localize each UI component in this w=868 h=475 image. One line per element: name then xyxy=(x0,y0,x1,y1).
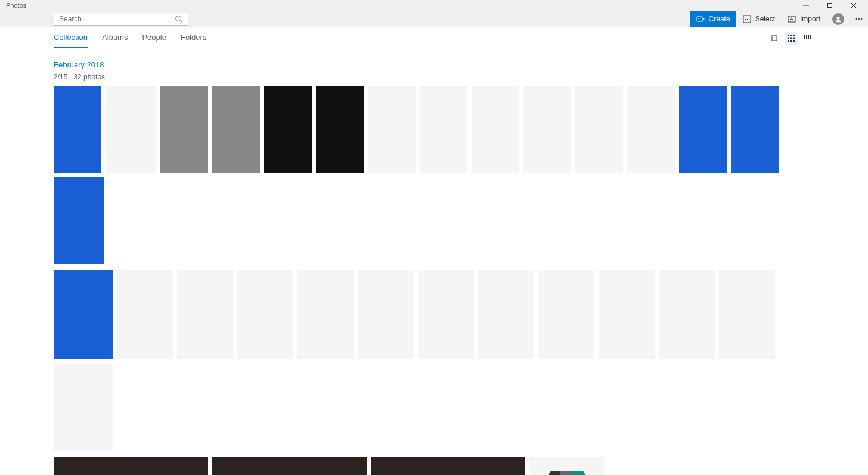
close-button[interactable] xyxy=(842,0,866,11)
svg-rect-0 xyxy=(828,4,832,8)
svg-rect-25 xyxy=(806,36,807,38)
svg-rect-24 xyxy=(804,36,805,38)
search-box[interactable] xyxy=(54,13,188,26)
view-small-button[interactable] xyxy=(801,32,814,45)
svg-rect-19 xyxy=(793,40,795,42)
toolbar: Create Select Import xyxy=(0,11,868,27)
svg-rect-28 xyxy=(804,38,805,39)
maximize-button[interactable] xyxy=(818,0,842,11)
import-button[interactable]: Import xyxy=(781,11,826,27)
view-single-button[interactable] xyxy=(768,32,781,45)
import-icon xyxy=(787,14,796,24)
svg-rect-13 xyxy=(793,35,795,36)
svg-rect-4 xyxy=(743,16,751,23)
search-icon xyxy=(175,15,183,23)
svg-point-9 xyxy=(861,18,862,19)
app-title: Photos xyxy=(2,2,26,9)
more-icon xyxy=(855,15,863,23)
svg-rect-27 xyxy=(810,36,811,38)
svg-rect-2 xyxy=(697,17,703,21)
svg-point-1 xyxy=(176,16,181,21)
svg-rect-22 xyxy=(808,35,809,36)
more-button[interactable] xyxy=(850,11,868,27)
svg-rect-11 xyxy=(788,35,789,36)
window-controls xyxy=(794,0,866,11)
tabs-bar: Collection Albums People Folders xyxy=(0,27,868,50)
tab-albums[interactable]: Albums xyxy=(102,28,128,48)
create-label: Create xyxy=(709,15,730,23)
svg-point-7 xyxy=(856,18,857,19)
create-button[interactable]: Create xyxy=(690,11,736,27)
minimize-button[interactable] xyxy=(794,0,818,11)
svg-rect-20 xyxy=(804,35,805,36)
svg-point-3 xyxy=(698,18,699,19)
user-icon xyxy=(834,15,842,23)
svg-rect-18 xyxy=(790,40,792,42)
svg-rect-23 xyxy=(810,35,811,36)
select-label: Select xyxy=(755,15,775,23)
svg-rect-16 xyxy=(793,37,795,39)
svg-rect-12 xyxy=(790,35,792,36)
svg-rect-30 xyxy=(808,38,809,39)
tab-people[interactable]: People xyxy=(142,28,166,48)
svg-rect-10 xyxy=(772,36,777,41)
svg-rect-29 xyxy=(806,38,807,39)
view-grid-button[interactable] xyxy=(785,32,798,45)
svg-rect-26 xyxy=(808,36,809,38)
select-button[interactable]: Select xyxy=(736,11,781,27)
svg-point-6 xyxy=(836,16,839,19)
svg-point-8 xyxy=(858,18,860,19)
titlebar: Photos xyxy=(0,0,868,11)
tab-collection[interactable]: Collection xyxy=(54,28,88,48)
svg-rect-17 xyxy=(788,40,789,42)
view-toggle xyxy=(768,32,814,45)
toolbar-right: Create Select Import xyxy=(690,11,868,27)
tab-folders[interactable]: Folders xyxy=(181,28,206,48)
svg-rect-15 xyxy=(790,37,792,39)
create-icon xyxy=(696,14,705,24)
svg-rect-31 xyxy=(810,38,811,39)
select-icon xyxy=(742,14,752,24)
svg-rect-14 xyxy=(788,37,789,39)
user-avatar[interactable] xyxy=(832,13,844,25)
search-input[interactable] xyxy=(59,15,175,23)
import-label: Import xyxy=(800,15,820,23)
svg-rect-21 xyxy=(806,35,807,36)
